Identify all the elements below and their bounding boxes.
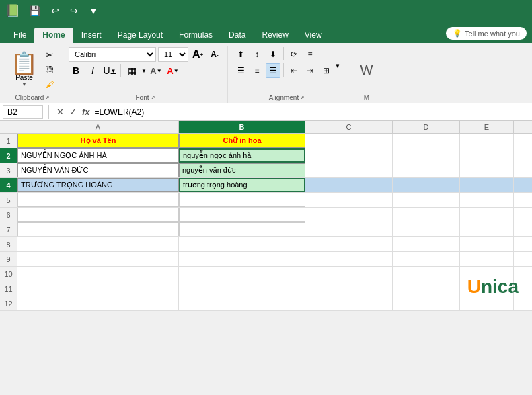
- cell-e4[interactable]: [460, 178, 514, 192]
- cell-d5[interactable]: [393, 193, 460, 207]
- align-top-button[interactable]: ⬆: [233, 47, 248, 62]
- wrap-text-button[interactable]: ≡: [303, 47, 317, 62]
- cell-d10[interactable]: [393, 267, 460, 281]
- italic-button[interactable]: I: [85, 63, 100, 78]
- cell-c9[interactable]: [305, 252, 393, 266]
- tab-view[interactable]: View: [297, 28, 330, 43]
- cancel-formula-button[interactable]: ✕: [54, 107, 66, 117]
- cell-c4[interactable]: [305, 178, 393, 192]
- tab-formulas[interactable]: Formulas: [171, 28, 221, 43]
- underline-button[interactable]: U▼: [102, 63, 117, 78]
- cell-b5[interactable]: [179, 193, 305, 207]
- cell-c12[interactable]: [305, 296, 393, 310]
- save-button[interactable]: 💾: [26, 4, 44, 17]
- align-right-button[interactable]: ☰: [266, 63, 280, 78]
- cell-a10[interactable]: [17, 267, 179, 281]
- customize-button[interactable]: ▼: [85, 4, 102, 17]
- insert-function-button[interactable]: fx: [80, 107, 92, 117]
- tab-home[interactable]: Home: [34, 28, 73, 43]
- cell-c11[interactable]: [305, 281, 393, 296]
- col-header-c[interactable]: C: [305, 121, 393, 133]
- cell-c2[interactable]: [305, 148, 393, 163]
- cell-c10[interactable]: [305, 267, 393, 281]
- cell-e8[interactable]: [460, 237, 514, 251]
- col-header-a[interactable]: A: [17, 121, 179, 133]
- confirm-formula-button[interactable]: ✓: [67, 107, 79, 117]
- cell-e3[interactable]: [460, 163, 514, 177]
- cell-a9[interactable]: [17, 252, 179, 266]
- cell-b6[interactable]: [179, 208, 305, 222]
- paste-button[interactable]: 📋 Paste ▼: [8, 51, 40, 89]
- formula-input[interactable]: [95, 107, 529, 117]
- cell-d3[interactable]: [393, 163, 460, 177]
- tab-insert[interactable]: Insert: [73, 28, 110, 43]
- cell-b3[interactable]: nguyễn văn đức: [179, 163, 305, 177]
- fill-color-button[interactable]: A ▼: [149, 63, 163, 78]
- cell-b7[interactable]: [179, 222, 305, 236]
- cell-d1[interactable]: [393, 134, 460, 148]
- cell-b9[interactable]: [179, 252, 305, 266]
- cell-c6[interactable]: [305, 208, 393, 222]
- format-painter-button[interactable]: 🖌: [42, 78, 57, 91]
- cell-d7[interactable]: [393, 222, 460, 236]
- col-header-d[interactable]: D: [393, 121, 460, 133]
- border-button[interactable]: ▦: [124, 63, 139, 78]
- decrease-indent-button[interactable]: ⇤: [287, 63, 301, 78]
- cell-e1[interactable]: [460, 134, 514, 148]
- font-shrink-button[interactable]: A-: [207, 47, 222, 62]
- orient-button[interactable]: ⟳: [287, 47, 301, 62]
- cell-e2[interactable]: [460, 148, 514, 163]
- align-center-button[interactable]: ≡: [250, 63, 264, 78]
- align-bottom-button[interactable]: ⬇: [266, 47, 280, 62]
- copy-button[interactable]: ⿻: [42, 63, 57, 77]
- merge-button[interactable]: ⊞: [319, 63, 334, 78]
- cell-e12[interactable]: [460, 296, 514, 310]
- cell-c7[interactable]: [305, 222, 393, 236]
- cell-a1[interactable]: Họ và Tên: [17, 134, 179, 148]
- alignment-expand-icon[interactable]: ↗: [300, 95, 305, 101]
- cell-b11[interactable]: [179, 281, 305, 296]
- font-expand-icon[interactable]: ↗: [151, 95, 155, 101]
- tab-file[interactable]: File: [5, 28, 34, 43]
- cell-b2[interactable]: nguyễn ngọc ánh hà: [179, 148, 305, 163]
- cell-c8[interactable]: [305, 237, 393, 251]
- redo-button[interactable]: ↪: [67, 4, 81, 17]
- cell-c3[interactable]: [305, 163, 393, 177]
- cell-c1[interactable]: [305, 134, 393, 148]
- cut-button[interactable]: ✂: [42, 48, 57, 62]
- cell-d9[interactable]: [393, 252, 460, 266]
- tab-page-layout[interactable]: Page Layout: [110, 28, 171, 43]
- tell-me-box[interactable]: 💡 Tell me what you: [446, 27, 527, 40]
- cell-a2[interactable]: NGUYỄN NGỌC ÁNH HÀ: [17, 148, 179, 163]
- cell-b12[interactable]: [179, 296, 305, 310]
- cell-d12[interactable]: [393, 296, 460, 310]
- cell-e7[interactable]: [460, 222, 514, 236]
- cell-a3[interactable]: NGUYỄN VĂN ĐỨC: [17, 163, 179, 177]
- cell-d6[interactable]: [393, 208, 460, 222]
- cell-d4[interactable]: [393, 178, 460, 192]
- cell-a8[interactable]: [17, 237, 179, 251]
- font-color-button[interactable]: A ▼: [165, 63, 180, 78]
- cell-e5[interactable]: [460, 193, 514, 207]
- cell-d2[interactable]: [393, 148, 460, 163]
- cell-a5[interactable]: [17, 193, 179, 207]
- cell-reference-box[interactable]: B2: [3, 105, 43, 119]
- col-header-e[interactable]: E: [460, 121, 514, 133]
- col-header-b[interactable]: B: [179, 121, 305, 133]
- undo-button[interactable]: ↩: [48, 4, 63, 17]
- clipboard-expand-icon[interactable]: ↗: [45, 95, 50, 101]
- tab-review[interactable]: Review: [254, 28, 296, 43]
- cell-b4[interactable]: trương trọng hoàng: [179, 178, 305, 192]
- cell-b8[interactable]: [179, 237, 305, 251]
- cell-a6[interactable]: [17, 208, 179, 222]
- cell-a11[interactable]: [17, 281, 179, 296]
- cell-d8[interactable]: [393, 237, 460, 251]
- cell-b1[interactable]: Chữ in hoa: [179, 134, 305, 148]
- cell-e9[interactable]: [460, 252, 514, 266]
- align-left-button[interactable]: ☰: [233, 63, 248, 78]
- cell-c5[interactable]: [305, 193, 393, 207]
- cell-b10[interactable]: [179, 267, 305, 281]
- increase-indent-button[interactable]: ⇥: [303, 63, 317, 78]
- cell-a7[interactable]: [17, 222, 179, 236]
- font-size-select[interactable]: 11: [158, 47, 188, 62]
